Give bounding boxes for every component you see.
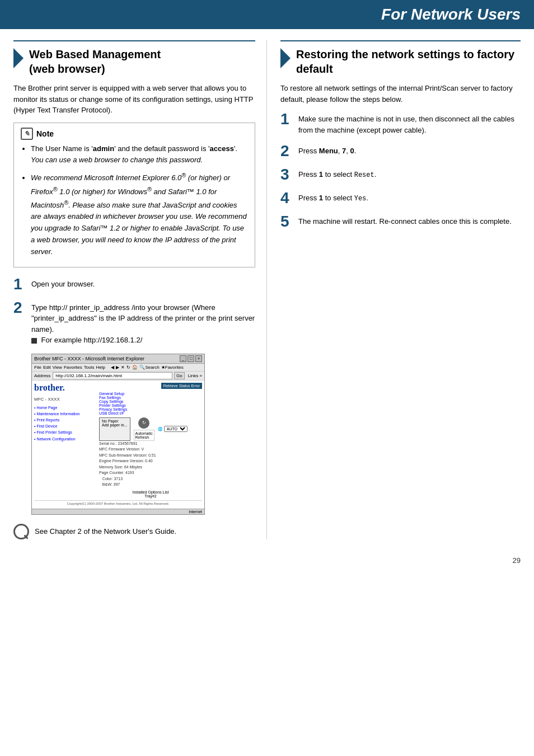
refresh-area: ↻ AutomaticRefresh [134,417,154,441]
note-item-1: The User Name is 'admin' and the default… [31,143,248,167]
home-btn[interactable]: 🏠 [132,365,138,370]
maximize-button[interactable]: □ [188,355,194,362]
browser-status-row: No PaperAdd paper in... ↻ AutomaticRefre… [99,417,202,441]
tools-menu[interactable]: Tools [84,365,95,370]
installed-options: Installed Options ListTray#2 [99,490,202,498]
search-icon [13,524,29,539]
browser-statusbar: Internet [32,509,204,514]
refresh-icon: ↻ [138,417,149,429]
info-color: Color: 3713 [99,476,202,482]
favorites-btn[interactable]: ★Favorites [161,365,184,370]
help-menu[interactable]: Help [96,365,105,370]
right-blue-triangle-icon [280,48,291,68]
favorites-menu[interactable]: Favorites [64,365,82,370]
nav-network-config[interactable]: • Network Configuration [34,436,96,442]
link-fax-settings[interactable]: Fax Settings [99,396,127,400]
mfc-label: MFC - XXXX [34,397,60,402]
language-select[interactable]: AUTO [164,426,188,432]
nav-maintenance[interactable]: • Maintenance Information [34,411,96,417]
browser-nav-links: • Home Page • Maintenance Information • … [34,405,96,442]
step-2-number: 2 [13,300,26,316]
browser-body: brother. MFC - XXXX • Home Page • Mainte… [32,381,204,509]
links-label: Links » [188,373,202,378]
browser-right-panel: Retrieve Status Error General Setup Fax … [99,383,202,498]
link-general-setup[interactable]: General Setup [99,392,127,396]
note-box: ✎ Note The User Name is 'admin' and the … [13,123,255,267]
language-label: 🌐 [158,427,163,431]
retrieve-status-button[interactable]: Retrieve Status Error [161,383,202,389]
brother-logo: brother. [34,383,96,393]
right-section-title: Restoring the network settings to factor… [296,47,521,76]
page-number: 29 [0,551,534,570]
right-step-1: 1 Make sure the machine is not in use, t… [280,111,521,135]
view-menu[interactable]: View [53,365,62,370]
auto-refresh-btn[interactable]: AutomaticRefresh [134,430,154,441]
right-step-3-number: 3 [280,167,293,182]
status-btn-area: Retrieve Status Error [99,383,202,391]
browser-toolbar: File Edit View Favorites Tools Help ◀ ▶ … [32,364,204,372]
right-step-2-number: 2 [280,143,293,159]
note-label: Note [36,129,54,138]
blue-triangle-icon [13,48,24,68]
left-step-1: 1 Open your browser. [13,276,255,292]
minimize-button[interactable]: _ [180,355,186,362]
search-btn[interactable]: 🔍Search [139,365,159,370]
left-intro-text: The Brother print server is equipped wit… [13,83,255,116]
browser-titlebar: Brother MFC - XXXX - Microsoft Internet … [32,354,204,364]
info-bw: B&W: 397 [99,482,202,488]
stop-btn[interactable]: ✕ [121,365,125,370]
step-2-text: Type http:// printer_ip_address /into yo… [31,300,255,346]
right-step-5: 5 The machine will restart. Re-connect c… [280,214,521,229]
right-step-4-text: Press 1 to select Yes. [298,190,368,204]
browser-title-text: Brother MFC - XXXX - Microsoft Internet … [34,356,144,361]
right-step-2: 2 Press Menu, 7, 0. [280,143,521,159]
info-mfc-fw: MFC Firmware Version: V [99,447,202,453]
link-privacy-settings[interactable]: Privacy Settings [99,407,127,411]
right-step-3-text: Press 1 to select Reset. [298,167,376,180]
right-section-header: Restoring the network settings to factor… [280,40,521,76]
info-mfc-sub-fw: MFC Sub-firmware Version: 0.51 [99,453,202,459]
nav-find-printer[interactable]: • Find Printer Settings [34,429,96,435]
right-step-2-text: Press Menu, 7, 0. [298,143,356,157]
browser-window-buttons: _ □ × [180,355,202,362]
back-btn[interactable]: ◀ [111,365,114,370]
info-memory: Memory Size: 64 Mbytes [99,464,202,471]
right-nav-col: General Setup Fax Settings Copy Settings… [99,392,127,415]
left-column: Web Based Management(web browser) The Br… [13,40,267,539]
info-serial: Serial no.: 234567891 [99,441,202,447]
nav-home[interactable]: • Home Page [34,405,96,411]
file-menu[interactable]: File [34,365,41,370]
address-field[interactable]: http://192.168.1.2/main/main.html [53,372,172,379]
right-step-3: 3 Press 1 to select Reset. [280,167,521,182]
note-header: ✎ Note [21,128,248,140]
forward-btn[interactable]: ▶ [116,365,119,370]
content-area: Web Based Management(web browser) The Br… [0,29,534,551]
close-button[interactable]: × [195,355,202,362]
go-button[interactable]: Go [174,372,185,379]
edit-menu[interactable]: Edit [43,365,51,370]
language-select-area: 🌐 AUTO [158,417,188,441]
browser-info-col: Serial no.: 234567891 MFC Firmware Versi… [99,441,202,488]
right-column: Restoring the network settings to factor… [267,40,521,539]
browser-nav-right-links: General Setup Fax Settings Copy Settings… [99,392,202,415]
note-list: The User Name is 'admin' and the default… [21,143,248,258]
link-printer-settings[interactable]: Printer Settings [99,403,127,407]
link-usb-direct[interactable]: USB Direct I/F [99,411,127,415]
link-copy-settings[interactable]: Copy Settings [99,400,127,403]
left-step-2: 2 Type http:// printer_ip_address /into … [13,300,255,346]
info-page-counter: Page Counter: 4193 [99,470,202,476]
browser-main-layout: brother. MFC - XXXX • Home Page • Mainte… [34,383,202,498]
browser-footer: Copyright(C) 2000-2007 Brother Industrie… [34,500,202,506]
refresh-btn[interactable]: ↻ [127,365,130,370]
left-section-header: Web Based Management(web browser) [13,40,255,76]
nav-print-reports[interactable]: • Print Reports [34,417,96,423]
info-engine-fw: Engine Firmware Version: 0.40 [99,458,202,464]
browser-addressbar: Address http://192.168.1.2/main/main.htm… [32,372,204,381]
paper-status: No PaperAdd paper in... [99,417,130,441]
step-1-number: 1 [13,276,26,292]
bullet-example: For example http://192.168.1.2/ [31,336,142,344]
page-header: For Network Users [0,0,534,29]
nav-find-device[interactable]: • Find Device [34,423,96,429]
see-chapter-text: See Chapter 2 of the Network User's Guid… [35,527,176,536]
see-chapter: See Chapter 2 of the Network User's Guid… [13,524,255,539]
